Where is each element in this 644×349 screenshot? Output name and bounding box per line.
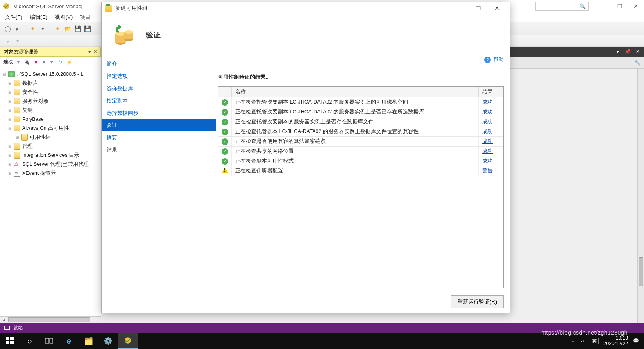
tree-toggle-icon[interactable]: ⊞ [15,135,20,140]
menu-file[interactable]: 文件(F) [5,14,23,21]
menu-project[interactable]: 项目 [80,14,91,21]
object-explorer-tree[interactable]: ⊟ . (SQL Server 15.0.2000.5 - L ⊞数据库⊞安全性… [0,68,101,316]
col-name[interactable]: 名称 [232,87,479,97]
col-result[interactable]: 结果 [479,87,503,97]
taskbar-search-icon[interactable]: ⌕ [20,333,39,349]
tree-node[interactable]: ⊞复制 [0,106,101,115]
filter-icon[interactable]: ▼ [49,59,54,65]
open-icon[interactable]: ▾ [39,25,46,32]
execute-icon[interactable]: ▸ [4,37,11,45]
validation-result-link[interactable]: 成功 [482,158,493,164]
new-query-icon[interactable]: ✦ [29,25,36,32]
tree-toggle-icon[interactable]: ⊞ [7,99,12,104]
panel-close-icon[interactable]: ✕ [93,49,97,54]
tree-node[interactable]: ⊞服务器对象 [0,97,101,106]
stop-icon[interactable]: ■ [42,59,45,65]
folder-icon [21,134,28,141]
wizard-step[interactable]: 简介 [102,58,216,70]
wizard-step[interactable]: 验证 [102,119,216,131]
tree-toggle-icon[interactable]: ⊞ [7,117,12,122]
start-button[interactable] [0,333,20,349]
connect-label[interactable]: 连接 [3,59,13,66]
tree-toggle-icon[interactable]: ⊞ [7,81,12,86]
wrench-icon[interactable]: 🔧 [635,60,641,66]
debug-icon[interactable]: ▾ [14,37,21,45]
refresh-icon[interactable]: ↻ [58,59,62,65]
validation-result-link[interactable]: 成功 [482,129,493,134]
menu-view[interactable]: 视图(V) [55,14,73,21]
col-status[interactable] [218,87,232,97]
validation-result-link[interactable]: 成功 [482,109,493,115]
taskbar-ssms-icon[interactable] [118,333,138,349]
vertical-scrollbar[interactable] [637,69,644,323]
pin-icon[interactable]: ▾ [88,49,91,54]
save-all-icon[interactable]: 💾 [84,25,91,32]
wizard-step[interactable]: 选择数据库 [102,82,216,95]
open-file-icon[interactable]: 📂 [64,25,71,32]
tree-node[interactable]: ⊞XEXEvent 探查器 [0,169,101,178]
tree-node[interactable]: ⊞Integration Services 目录 [0,151,101,160]
object-explorer-hscroll[interactable]: ◂ [0,316,101,323]
dialog-title-bar[interactable]: 新建可用性组 — ☐ ✕ [102,2,510,14]
dialog-content: 简介指定选项选择数据库指定副本选择数据同步验证摘要结果 ? 帮助 可用性组验证的… [102,55,510,313]
windows-taskbar: ⌕ e 🗂️ ⚙️ ︿ 🖧 英 19:13 2020/12/22 💬 [0,333,644,349]
minimize-icon[interactable]: — [601,3,607,9]
tree-toggle-icon[interactable]: ⊞ [7,108,12,113]
disconnect-icon[interactable]: ✖ [34,59,38,65]
tree-toggle-icon[interactable]: ⊞ [7,171,12,176]
tree-node[interactable]: ⊞PolyBase [0,115,101,124]
tree-toggle-icon[interactable]: ⊞ [7,90,12,95]
tree-node[interactable]: ⊞管理 [0,142,101,151]
dialog-close-icon[interactable]: ✕ [488,2,506,14]
quick-launch-search[interactable]: 🔍 [535,2,589,11]
tab-dropdown-icon[interactable]: ▼ [616,50,620,54]
task-view-icon[interactable] [39,333,59,349]
close-icon[interactable]: ✕ [633,3,638,9]
taskbar-settings-icon[interactable]: ⚙️ [98,333,118,349]
save-icon[interactable]: 💾 [74,25,81,32]
validation-result-link[interactable]: 警告 [482,168,493,174]
tree-node[interactable]: ⊞可用性组 [0,133,101,142]
nav-back-icon[interactable]: ◯ [4,25,11,32]
taskbar-explorer-icon[interactable]: 🗂️ [79,333,98,349]
tab-close-icon[interactable]: ✕ [636,49,640,54]
tree-node[interactable]: ⊟Always On 高可用性 [0,124,101,133]
tree-toggle-icon[interactable]: ⊞ [7,162,12,167]
wizard-step[interactable]: 摘要 [102,131,216,144]
notifications-icon[interactable]: 💬 [633,338,639,344]
tree-node[interactable]: ⊞安全性 [0,88,101,97]
menu-edit[interactable]: 编辑(E) [30,14,48,21]
help-link[interactable]: ? 帮助 [484,56,504,63]
nav-fwd-icon[interactable]: ▸ [14,25,21,32]
tab-pin-icon[interactable]: 📌 [625,49,631,54]
validation-result-link[interactable]: 成功 [482,138,493,144]
wizard-step[interactable]: 选择数据同步 [102,107,216,119]
tree-toggle-icon[interactable]: ⊟ [7,126,12,131]
tree-toggle-icon[interactable]: ⊞ [7,153,12,158]
new-file-icon[interactable]: ✦ [54,25,61,32]
tree-root[interactable]: ⊟ . (SQL Server 15.0.2000.5 - L [0,70,101,79]
wizard-step[interactable]: 指定选项 [102,70,216,82]
wizard-step[interactable]: 结果 [102,144,216,156]
taskbar-ie-icon[interactable]: e [59,333,79,349]
tray-ime-icon[interactable]: 英 [591,338,599,344]
validation-result-link[interactable]: 成功 [482,148,493,154]
tree-toggle-icon[interactable]: ⊞ [7,144,12,149]
wizard-step[interactable]: 指定副本 [102,95,216,107]
tray-network-icon[interactable]: 🖧 [581,338,586,344]
validation-result-link[interactable]: 成功 [482,119,493,125]
validation-result-link[interactable]: 成功 [482,99,493,105]
tree-node[interactable]: ⊞数据库 [0,79,101,88]
tree-node[interactable]: ⊞⚠SQL Server 代理(已禁用代理 [0,160,101,169]
taskbar-clock[interactable]: 19:13 2020/12/22 [603,335,628,347]
tree-toggle-icon[interactable]: ⊟ [2,72,7,77]
dialog-minimize-icon[interactable]: — [450,2,469,14]
tray-chevron-icon[interactable]: ︿ [571,338,576,344]
dialog-maximize-icon[interactable]: ☐ [469,2,488,14]
activity-icon[interactable]: ⚡ [66,59,73,65]
rerun-validation-button[interactable]: 重新运行验证(R) [451,295,504,308]
maximize-icon[interactable]: ❐ [617,3,623,9]
connect-dropdown-icon[interactable]: ▾ [17,59,20,65]
connect-icon[interactable]: 🔌 [24,59,30,65]
validation-name: 正在检查共享的网络位置 [232,147,479,156]
